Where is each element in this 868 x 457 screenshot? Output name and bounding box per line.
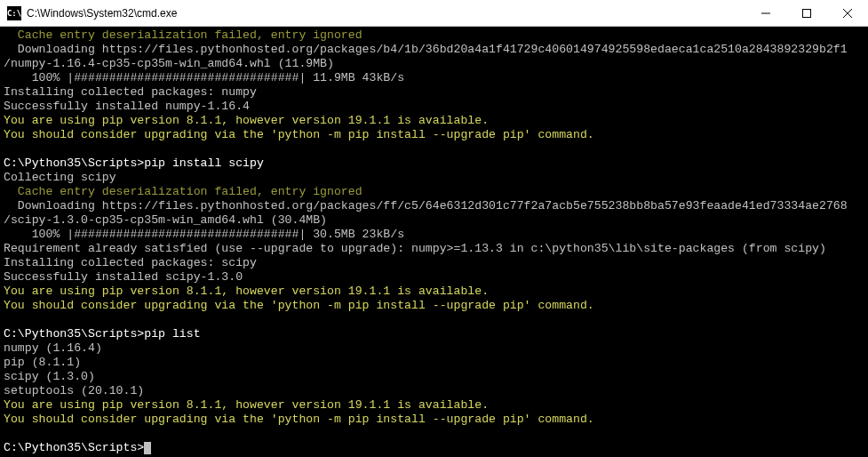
- terminal-line: /scipy-1.3.0-cp35-cp35m-win_amd64.whl (3…: [4, 213, 864, 228]
- command-text: pip install scipy: [144, 156, 264, 170]
- window-controls: [745, 0, 868, 26]
- terminal-line: C:\Python35\Scripts>: [4, 441, 864, 455]
- terminal-line: Cache entry deserialization failed, entr…: [4, 185, 864, 199]
- output-text: You are using pip version 8.1.1, however…: [4, 285, 489, 298]
- terminal-line: You are using pip version 8.1.1, however…: [4, 114, 864, 128]
- prompt: C:\Python35\Scripts>: [4, 156, 144, 170]
- output-text: Successfully installed numpy-1.16.4: [4, 100, 250, 113]
- output-text: 100% |################################| …: [4, 228, 404, 241]
- output-text: Downloading https://files.pythonhosted.o…: [4, 43, 848, 56]
- output-text: Cache entry deserialization failed, entr…: [4, 185, 362, 198]
- terminal-line: Successfully installed scipy-1.3.0: [4, 270, 864, 285]
- terminal-line: [4, 142, 864, 156]
- terminal-line: scipy (1.3.0): [4, 370, 864, 384]
- prompt: C:\Python35\Scripts>: [4, 441, 144, 454]
- maximize-button[interactable]: [786, 0, 827, 26]
- cursor: [144, 442, 151, 454]
- output-text: Downloading https://files.pythonhosted.o…: [4, 199, 848, 212]
- minimize-icon: [761, 9, 770, 18]
- output-text: scipy (1.3.0): [4, 370, 95, 383]
- output-text: Installing collected packages: scipy: [4, 256, 257, 269]
- terminal-line: [4, 313, 864, 327]
- terminal-line: Cache entry deserialization failed, entr…: [4, 28, 864, 43]
- terminal-line: C:\Python35\Scripts>pip install scipy: [4, 156, 864, 171]
- prompt: C:\Python35\Scripts>: [4, 327, 144, 341]
- terminal-line: Downloading https://files.pythonhosted.o…: [4, 43, 864, 57]
- output-text: Cache entry deserialization failed, entr…: [4, 28, 362, 42]
- terminal-line: pip (8.1.1): [4, 356, 864, 370]
- output-text: You should consider upgrading via the 'p…: [4, 128, 594, 141]
- terminal-output[interactable]: Cache entry deserialization failed, entr…: [0, 27, 868, 457]
- maximize-icon: [802, 9, 811, 18]
- output-text: You are using pip version 8.1.1, however…: [4, 398, 489, 412]
- terminal-line: Installing collected packages: numpy: [4, 85, 864, 100]
- svg-rect-0: [803, 9, 811, 17]
- terminal-line: 100% |################################| …: [4, 71, 864, 85]
- terminal-line: Installing collected packages: scipy: [4, 256, 864, 270]
- terminal-line: You should consider upgrading via the 'p…: [4, 413, 864, 427]
- terminal-line: You should consider upgrading via the 'p…: [4, 128, 864, 142]
- terminal-line: Successfully installed numpy-1.16.4: [4, 100, 864, 114]
- minimize-button[interactable]: [745, 0, 786, 26]
- close-icon: [843, 9, 852, 18]
- terminal-line: setuptools (20.10.1): [4, 384, 864, 398]
- command-text: pip list: [144, 327, 200, 341]
- output-text: numpy (1.16.4): [4, 341, 102, 355]
- terminal-line: You are using pip version 8.1.1, however…: [4, 285, 864, 299]
- output-text: setuptools (20.10.1): [4, 384, 144, 397]
- output-text: 100% |################################| …: [4, 71, 404, 84]
- output-text: /scipy-1.3.0-cp35-cp35m-win_amd64.whl (3…: [4, 213, 327, 227]
- terminal-line: Collecting scipy: [4, 171, 864, 185]
- terminal-line: Requirement already satisfied (use --upg…: [4, 242, 864, 256]
- terminal-line: numpy (1.16.4): [4, 341, 864, 356]
- output-text: You are using pip version 8.1.1, however…: [4, 114, 489, 127]
- output-text: Requirement already satisfied (use --upg…: [4, 242, 826, 255]
- window-title: C:\Windows\System32\cmd.exe: [27, 7, 745, 20]
- terminal-line: You should consider upgrading via the 'p…: [4, 299, 864, 313]
- terminal-line: You are using pip version 8.1.1, however…: [4, 398, 864, 413]
- window-titlebar: C:\ C:\Windows\System32\cmd.exe: [0, 0, 868, 27]
- terminal-line: C:\Python35\Scripts>pip list: [4, 327, 864, 341]
- output-text: You should consider upgrading via the 'p…: [4, 413, 594, 426]
- output-text: pip (8.1.1): [4, 356, 81, 369]
- output-text: Installing collected packages: numpy: [4, 85, 257, 99]
- cmd-icon: C:\: [7, 6, 21, 20]
- terminal-line: [4, 427, 864, 441]
- output-text: Collecting scipy: [4, 171, 116, 184]
- close-button[interactable]: [827, 0, 868, 26]
- terminal-line: Downloading https://files.pythonhosted.o…: [4, 199, 864, 213]
- terminal-line: 100% |################################| …: [4, 228, 864, 242]
- output-text: You should consider upgrading via the 'p…: [4, 299, 594, 312]
- output-text: /numpy-1.16.4-cp35-cp35m-win_amd64.whl (…: [4, 57, 334, 70]
- output-text: Successfully installed scipy-1.3.0: [4, 270, 243, 284]
- terminal-line: /numpy-1.16.4-cp35-cp35m-win_amd64.whl (…: [4, 57, 864, 71]
